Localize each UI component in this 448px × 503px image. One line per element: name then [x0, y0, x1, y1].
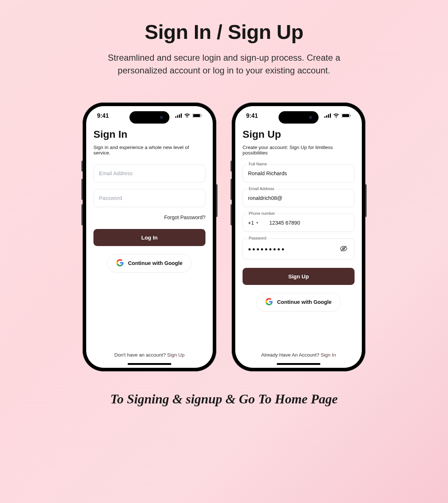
signin-subtitle: Sign in and experience a whole new level… [93, 145, 205, 156]
svg-rect-5 [193, 114, 200, 117]
page-title: Sign In / Sign Up [0, 20, 448, 44]
fullname-label: Full Name [247, 162, 268, 166]
page-header: Sign In / Sign Up Streamlined and secure… [0, 0, 448, 77]
footer-text: Already Have An Account? [261, 352, 321, 358]
svg-rect-2 [179, 114, 180, 118]
svg-rect-0 [175, 116, 176, 118]
home-indicator [128, 363, 171, 365]
svg-rect-13 [350, 115, 351, 116]
password-field[interactable]: Password ●●●●●●●●● [243, 238, 355, 260]
svg-rect-7 [324, 116, 325, 118]
signin-link[interactable]: Sign In [321, 352, 336, 358]
svg-rect-6 [201, 115, 202, 116]
google-button-label: Continue with Google [277, 299, 332, 305]
google-icon [116, 259, 124, 267]
password-value: ●●●●●●●●● [248, 246, 340, 252]
fullname-field[interactable]: Full Name Ronald Richards [243, 164, 355, 182]
svg-rect-1 [177, 115, 178, 118]
footer-text: Don't have an account? [114, 352, 167, 358]
dynamic-island [129, 111, 169, 124]
eye-off-icon[interactable] [340, 245, 349, 254]
svg-rect-3 [181, 113, 182, 118]
email-placeholder: Email Address [94, 165, 205, 182]
page-caption: To Signing & signup & Go To Home Page [0, 391, 448, 407]
email-value: ronaldrich08@ [243, 189, 354, 207]
signal-icon [175, 113, 182, 119]
svg-rect-12 [342, 114, 349, 117]
phone-signin: 9:41 Sign In Sign in and experience a wh… [83, 102, 216, 371]
google-signin-button[interactable]: Continue with Google [107, 254, 192, 273]
page-subtitle: Streamlined and secure login and sign-up… [82, 52, 366, 77]
google-icon [265, 298, 273, 306]
password-field[interactable]: Password [93, 189, 205, 207]
phone-signup: 9:41 Sign Up Create your account: Sign U… [232, 102, 365, 371]
phone-value: 12345 67890 [262, 214, 305, 232]
signin-title: Sign In [93, 129, 205, 140]
email-field[interactable]: Email Address [93, 164, 205, 182]
signup-title: Sign Up [243, 129, 355, 140]
phone-field[interactable]: Phone number +1 ▾ 12345 67890 [243, 214, 355, 232]
status-time: 9:41 [97, 113, 109, 119]
battery-icon [341, 113, 351, 119]
svg-rect-9 [328, 114, 329, 118]
signal-icon [324, 113, 331, 119]
phone-row: 9:41 Sign In Sign in and experience a wh… [0, 102, 448, 371]
svg-rect-10 [330, 113, 331, 118]
dynamic-island [279, 111, 319, 124]
google-button-label: Continue with Google [128, 260, 183, 266]
login-button[interactable]: Log In [93, 229, 205, 246]
signup-subtitle: Create your account: Sign Up for limitle… [243, 145, 355, 156]
google-signup-button[interactable]: Continue with Google [256, 293, 341, 311]
signup-footer: Already Have An Account? Sign In [243, 352, 355, 368]
email-field[interactable]: Email Address ronaldrich08@ [243, 189, 355, 207]
forgot-password-link[interactable]: Forgot Password? [93, 214, 205, 220]
signup-link[interactable]: Sign Up [167, 352, 185, 358]
password-label: Password [247, 236, 268, 240]
fullname-value: Ronald Richards [243, 165, 354, 182]
wifi-icon [333, 113, 339, 119]
country-code-select[interactable]: +1 ▾ [243, 214, 262, 232]
signin-footer: Don't have an account? Sign Up [93, 352, 205, 368]
battery-icon [192, 113, 202, 119]
email-label: Email Address [247, 186, 276, 191]
chevron-down-icon: ▾ [256, 221, 258, 225]
signup-button[interactable]: Sign Up [243, 268, 355, 285]
country-code-value: +1 [248, 220, 254, 226]
home-indicator [277, 363, 320, 365]
phone-label: Phone number [247, 211, 276, 216]
password-placeholder: Password [94, 189, 205, 207]
status-time: 9:41 [246, 113, 258, 119]
svg-rect-8 [326, 115, 327, 118]
wifi-icon [184, 113, 190, 119]
